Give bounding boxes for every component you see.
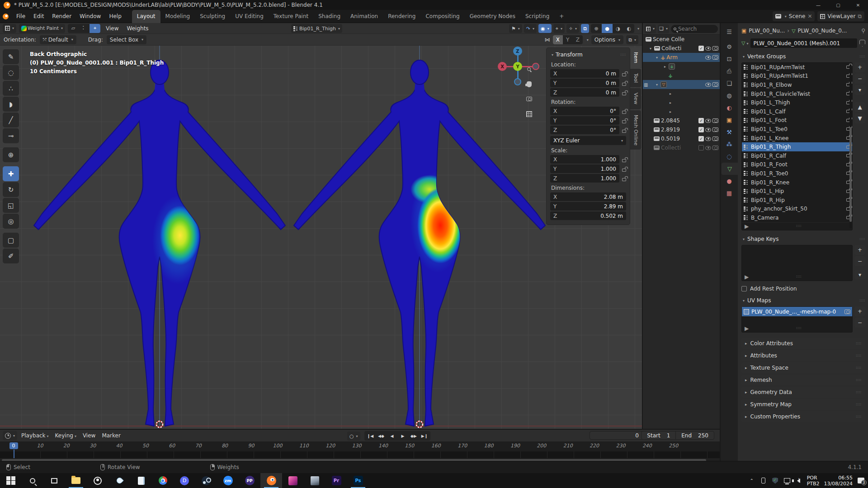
- outliner-row-pose[interactable]: ▸⚶: [643, 62, 720, 71]
- rotation-y-field[interactable]: Y0°: [550, 116, 619, 125]
- workspace-tab[interactable]: +: [554, 10, 569, 23]
- rendered-shading-button[interactable]: ◐: [623, 24, 634, 33]
- vertex-group-specials-button[interactable]: ▾: [854, 85, 865, 95]
- timeline-editor-type-button[interactable]: ▾: [3, 431, 17, 440]
- timeline-track[interactable]: [0, 451, 720, 458]
- orientation-dropdown[interactable]: ⤱ Default▾: [40, 35, 76, 44]
- remove-uv-map-button[interactable]: −: [854, 318, 865, 328]
- windows-security-icon[interactable]: [772, 478, 779, 484]
- add-uv-map-button[interactable]: +: [854, 306, 865, 316]
- workspace-tab[interactable]: Texture Paint: [269, 10, 313, 23]
- pink-app-icon[interactable]: [282, 473, 304, 488]
- view-menu[interactable]: View: [103, 25, 121, 32]
- previous-keyframe-button[interactable]: ◀◆: [376, 432, 386, 440]
- mesh-data-icon[interactable]: ▽▾: [741, 40, 748, 46]
- playback-menu[interactable]: Playback▾: [19, 432, 51, 439]
- collection-checkbox[interactable]: ✓: [698, 46, 704, 51]
- jump-to-start-button[interactable]: ❙◀: [365, 432, 375, 440]
- collapsed-panel-header[interactable]: ▸ Custom Properties ∷∷: [741, 411, 865, 422]
- vertex-group-row[interactable]: Bip01_R_Knee: [742, 178, 852, 187]
- dimensions-x-field[interactable]: X2.08 m: [550, 192, 626, 201]
- panel-grip[interactable]: ∷∷: [621, 53, 626, 57]
- tab-texture[interactable]: ▦: [722, 187, 737, 199]
- scale-tool[interactable]: ◱: [3, 198, 19, 213]
- panel-collapse-icon[interactable]: ▾: [552, 53, 553, 57]
- location-y-field[interactable]: Y0 m: [550, 79, 619, 87]
- disable-render-icon[interactable]: [712, 46, 718, 51]
- pose-options-dropdown[interactable]: ✧▾: [566, 24, 579, 33]
- start-frame-field[interactable]: Start1: [642, 432, 675, 439]
- mesh-name-field[interactable]: PLW_00_Nude_0001 (Mesh).001: [750, 38, 857, 48]
- vertex-group-row[interactable]: Bip01_R_Elbow: [742, 80, 852, 89]
- add-rest-position-row[interactable]: Add Rest Position: [741, 286, 865, 292]
- lock-icon[interactable]: [622, 111, 626, 114]
- rotate-tool[interactable]: ↻: [3, 182, 19, 197]
- workspace-tab[interactable]: Modeling: [160, 10, 195, 23]
- start-button[interactable]: [0, 473, 22, 488]
- workspace-tab[interactable]: Compositing: [420, 10, 464, 23]
- active-bone-dropdown[interactable]: Bip01_R_Thigh▾: [291, 24, 342, 33]
- keying-menu[interactable]: Keying▾: [53, 432, 79, 439]
- vertex-group-row[interactable]: Bip01_R_Hip: [742, 196, 852, 205]
- hide-eye-icon[interactable]: [705, 128, 711, 132]
- hide-eye-icon[interactable]: [705, 146, 711, 150]
- pan-hand-icon[interactable]: [524, 80, 533, 89]
- vertex-group-row[interactable]: Bip01_R_Calf: [742, 151, 852, 160]
- list-footer[interactable]: ▶∷∷: [742, 324, 852, 332]
- viewlayer-selector[interactable]: ViewLayer ⧉: [817, 11, 864, 21]
- outliner-search-input[interactable]: Search: [671, 25, 718, 33]
- move-tool[interactable]: ✚: [3, 166, 19, 181]
- auto-keying-toggle[interactable]: ○▾: [347, 432, 360, 441]
- list-footer[interactable]: ▶∷∷: [742, 222, 852, 230]
- dimensions-z-field[interactable]: Z0.502 m: [550, 211, 626, 220]
- scene-unlink-icon[interactable]: ✕: [807, 13, 812, 19]
- workspace-tab[interactable]: Sculpting: [195, 10, 230, 23]
- tab-modifiers[interactable]: ⚒: [722, 126, 737, 138]
- active-render-camera-icon[interactable]: [844, 310, 850, 314]
- notifications-icon[interactable]: 3: [857, 478, 864, 483]
- tab-tool[interactable]: ⚙: [722, 41, 737, 53]
- minimize-button[interactable]: —: [808, 0, 828, 10]
- paypal-icon[interactable]: PP: [239, 473, 260, 488]
- sidebar-tab[interactable]: Mesh Online: [630, 110, 641, 150]
- sidebar-tab[interactable]: Item: [630, 47, 641, 68]
- smear-tool[interactable]: ◗: [3, 97, 19, 112]
- tab-output[interactable]: ⎙: [722, 65, 737, 77]
- collection-checkbox[interactable]: ✓: [698, 127, 704, 132]
- lock-icon[interactable]: [622, 159, 626, 162]
- viewport-canvas[interactable]: Back Orthographic (0) PLW_00_Nude_0001.0…: [0, 46, 642, 429]
- photo-app-icon[interactable]: [304, 473, 326, 488]
- material-shading-button[interactable]: ◑: [613, 24, 623, 33]
- lock-icon[interactable]: [622, 92, 626, 95]
- location-z-field[interactable]: Z0 m: [550, 88, 619, 97]
- tab-object[interactable]: ▣: [722, 114, 737, 126]
- uv-maps-panel-header[interactable]: ▾ UV Maps ∷∷: [741, 296, 865, 305]
- drag-dropdown[interactable]: Select Box▾: [107, 35, 146, 44]
- outliner-row-collection-2[interactable]: 2.0845 ✓: [643, 116, 720, 125]
- scene-selector[interactable]: ▾ Scene ✕: [773, 11, 815, 21]
- mirror-dropdown[interactable]: ▾: [587, 38, 589, 42]
- tab-material[interactable]: ●: [722, 175, 737, 187]
- disable-render-icon[interactable]: [712, 145, 718, 150]
- collection-checkbox[interactable]: ✓: [698, 136, 704, 141]
- shape-keys-panel-header[interactable]: ▾ Shape Keys ∷∷: [741, 234, 865, 244]
- remove-vertex-group-button[interactable]: −: [854, 74, 865, 84]
- sidebar-tab[interactable]: Tool: [630, 69, 641, 87]
- blender-taskbar-icon[interactable]: [260, 473, 282, 488]
- workspace-tab[interactable]: Layout: [132, 10, 160, 23]
- transform-tool[interactable]: ◎: [3, 214, 19, 229]
- file-explorer-icon[interactable]: [65, 473, 87, 488]
- tab-render[interactable]: ⊡: [722, 53, 737, 65]
- face-mask-toggle[interactable]: ▱: [68, 24, 79, 33]
- dimensions-y-field[interactable]: Y2.89 m: [550, 202, 626, 211]
- list-footer[interactable]: ▶∷∷: [742, 273, 852, 281]
- jump-to-end-button[interactable]: ▶❙: [420, 432, 429, 440]
- menu-item[interactable]: Edit: [29, 13, 48, 19]
- collection-checkbox[interactable]: ✓: [698, 118, 704, 123]
- camera-view-icon[interactable]: [524, 94, 533, 103]
- outliner-row-collection[interactable]: ▾ Collecti ✓: [643, 44, 720, 53]
- vertex-mask-toggle[interactable]: ⠅: [79, 24, 90, 33]
- outliner-row-scene-collection[interactable]: Scene Colle: [643, 35, 720, 44]
- shading-dropdown[interactable]: ▾: [637, 27, 639, 31]
- add-vertex-group-button[interactable]: +: [854, 62, 865, 72]
